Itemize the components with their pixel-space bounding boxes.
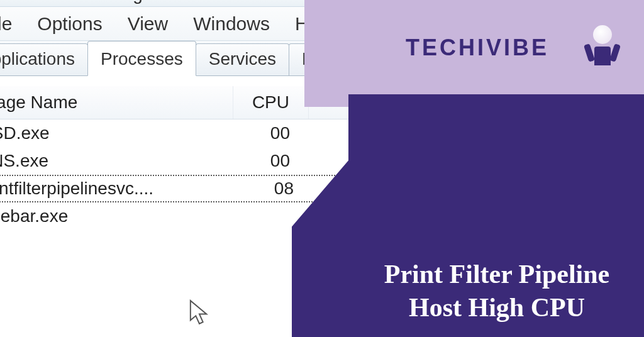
process-name: UNS.exe xyxy=(0,151,233,171)
table-row[interactable]: UNS.exe 00 xyxy=(0,147,383,175)
process-cpu: 00 xyxy=(233,151,309,171)
tab-applications[interactable]: Applications xyxy=(0,43,88,75)
menu-view[interactable]: View xyxy=(115,9,180,38)
table-row[interactable]: OSD.exe 00 xyxy=(0,119,383,147)
menu-file[interactable]: File xyxy=(0,9,25,38)
mouse-cursor-icon xyxy=(189,299,210,328)
tab-services[interactable]: Services xyxy=(196,43,289,75)
brand-logo-icon xyxy=(585,25,619,75)
column-header-image-name[interactable]: Image Name xyxy=(0,86,233,119)
tab-processes[interactable]: Processes xyxy=(87,41,196,76)
headline-line-2: Host High CPU xyxy=(409,293,585,322)
menu-windows[interactable]: Windows xyxy=(180,9,282,38)
process-name: OSD.exe xyxy=(0,123,233,143)
process-name: sidebar.exe xyxy=(0,206,233,226)
process-name: printfilterpipelinesvc.... xyxy=(0,179,237,199)
column-header-cpu[interactable]: CPU xyxy=(233,86,309,119)
process-cpu: 00 xyxy=(233,123,309,143)
process-cpu: 08 xyxy=(237,179,313,199)
window-title: Windows Task Manager xyxy=(0,0,158,4)
menu-options[interactable]: Options xyxy=(25,9,114,38)
headline: Print Filter Pipeline Host High CPU xyxy=(352,258,641,324)
brand-wordmark: TECHIVIBE xyxy=(406,35,549,61)
headline-line-1: Print Filter Pipeline xyxy=(384,260,609,289)
